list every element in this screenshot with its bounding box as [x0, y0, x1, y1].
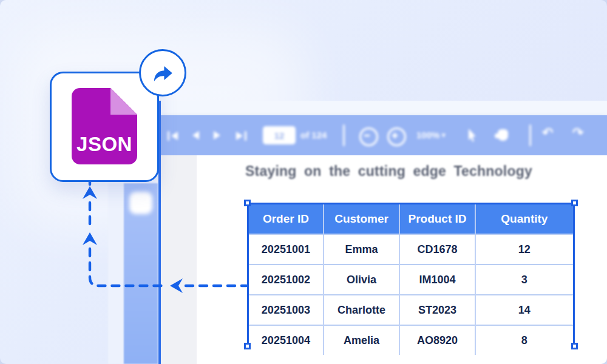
last-page-button[interactable]: [236, 131, 246, 141]
data-flow-arrow: [55, 180, 255, 295]
table-cell[interactable]: 3: [475, 265, 573, 295]
next-page-icon: [214, 131, 220, 140]
orders-table-body: 20251001EmmaCD16781220251002OliviaIM1004…: [249, 234, 573, 355]
table-cell[interactable]: 14: [475, 295, 573, 325]
selection-handle-top-right[interactable]: [571, 200, 578, 206]
cursor-icon: [469, 129, 478, 142]
table-row: 20251001EmmaCD167812: [249, 234, 573, 265]
zoom-in-button[interactable]: [387, 127, 406, 146]
hand-icon: [498, 129, 508, 141]
redo-button[interactable]: ↷: [572, 125, 583, 141]
hand-tool-button[interactable]: [498, 129, 508, 141]
selection-handle-bottom-right[interactable]: [571, 343, 578, 349]
file-fold-corner: [110, 88, 137, 115]
table-row: 20251004AmeliaAO89208: [249, 325, 573, 355]
redo-icon: ↷: [572, 125, 583, 141]
first-page-button[interactable]: [168, 131, 178, 141]
column-header[interactable]: Quantity: [475, 204, 573, 234]
table-cell[interactable]: 20251001: [249, 234, 324, 265]
zoom-out-icon: [359, 127, 378, 146]
json-file-label: JSON: [72, 133, 137, 156]
table-cell[interactable]: 20251003: [249, 295, 324, 325]
zoom-in-icon: [387, 127, 406, 146]
table-cell[interactable]: ST2023: [399, 295, 475, 325]
orders-table[interactable]: Order IDCustomerProduct IDQuantity 20251…: [247, 203, 575, 346]
caret-down-icon: ▾: [441, 130, 446, 140]
column-header[interactable]: Order ID: [249, 204, 324, 234]
column-header[interactable]: Customer: [324, 204, 399, 234]
toolbar-contents: 12 of 124 100% ▾: [159, 115, 607, 155]
share-badge: [139, 49, 186, 96]
table-cell[interactable]: 8: [475, 325, 573, 355]
zoom-level-dropdown[interactable]: 100% ▾: [416, 130, 446, 140]
orders-table-header-row: Order IDCustomerProduct IDQuantity: [249, 204, 573, 234]
pointer-tool-button[interactable]: [469, 129, 478, 142]
document-heading: Staying on the cutting edge Technology: [245, 163, 585, 180]
table-cell[interactable]: 20251002: [249, 265, 324, 295]
screenshot-stage: 12 of 124 100% ▾: [0, 0, 607, 364]
table-cell[interactable]: Olivia: [324, 265, 399, 295]
column-header[interactable]: Product ID: [399, 204, 475, 234]
toolbar-separator: [343, 124, 345, 146]
table-row: 20251002OliviaIM10043: [249, 265, 573, 295]
table-cell[interactable]: IM1004: [399, 265, 475, 295]
page-count-label: of 124: [300, 130, 327, 140]
previous-page-button[interactable]: [192, 131, 199, 140]
table-cell[interactable]: Charlotte: [324, 295, 399, 325]
previous-page-icon: [192, 131, 199, 140]
zoom-level-label: 100%: [416, 130, 439, 140]
undo-button[interactable]: ↶: [542, 125, 553, 141]
undo-icon: ↶: [542, 125, 553, 141]
table-cell[interactable]: Amelia: [324, 325, 399, 355]
pdf-toolbar: 12 of 124 100% ▾: [159, 115, 607, 155]
table-row: 20251003CharlotteST202314: [249, 295, 573, 325]
selection-handle-bottom-left[interactable]: [244, 343, 251, 349]
first-page-icon: [168, 131, 169, 141]
table-cell[interactable]: 12: [475, 234, 573, 265]
table-cell[interactable]: 20251004: [249, 325, 324, 355]
table-cell[interactable]: Emma: [324, 234, 399, 265]
last-page-icon: [236, 132, 243, 140]
window-top-bar: [159, 101, 607, 115]
zoom-out-button[interactable]: [359, 127, 378, 146]
table-cell[interactable]: CD1678: [399, 234, 475, 265]
json-file-icon: JSON: [72, 88, 137, 164]
next-page-button[interactable]: [214, 131, 220, 140]
table-cell[interactable]: AO8920: [399, 325, 475, 355]
share-arrow-icon: [149, 59, 177, 87]
toolbar-separator: [529, 124, 531, 146]
page-number-input[interactable]: 12: [263, 126, 296, 144]
json-file-card: JSON: [50, 72, 159, 182]
